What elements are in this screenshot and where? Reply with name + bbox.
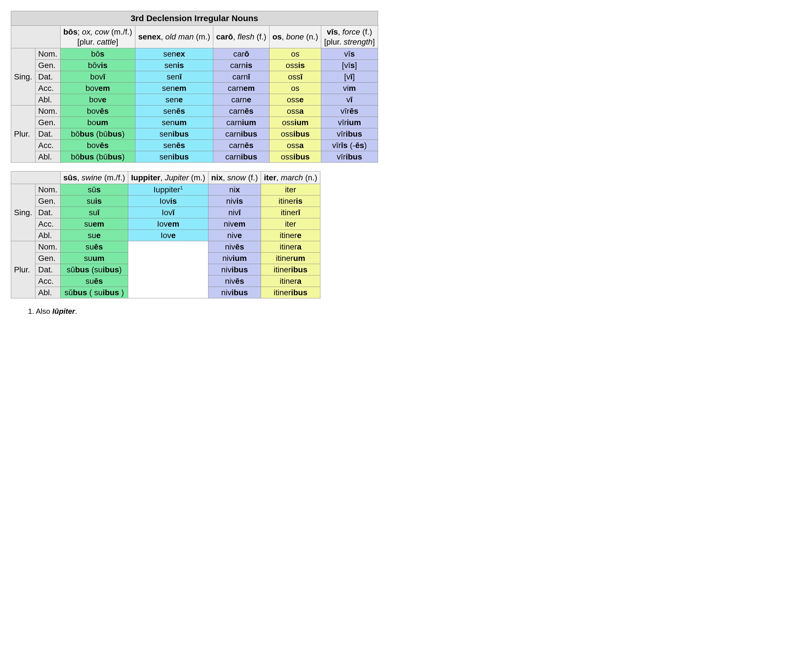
case-label: Nom. xyxy=(35,241,60,253)
case-label: Gen. xyxy=(35,253,60,264)
form-cell: vim xyxy=(321,82,378,94)
form-cell: sūs xyxy=(60,184,128,195)
form-cell: senibus xyxy=(135,151,213,162)
form-cell: suum xyxy=(60,253,128,264)
form-cell: senex xyxy=(135,48,213,60)
form-cell: itinere xyxy=(261,230,321,241)
form-cell: Iovī xyxy=(128,207,208,218)
form-cell: senī xyxy=(135,71,213,82)
form-cell: bŏvis xyxy=(60,60,135,71)
form-cell: vīrīs (-ēs) xyxy=(321,139,378,151)
form-cell: senibus xyxy=(135,128,213,139)
form-cell: nivibus xyxy=(208,287,261,298)
form-cell: carnium xyxy=(213,116,270,128)
form-cell: iter xyxy=(261,184,321,195)
number-label: Sing. xyxy=(11,48,35,105)
form-cell: vī xyxy=(321,94,378,105)
case-label: Dat. xyxy=(35,71,60,82)
form-cell: vīribus xyxy=(321,151,378,162)
form-cell: boum xyxy=(60,116,135,128)
form-cell: Iuppiter1 xyxy=(128,184,208,195)
column-header: senex, old man (m.) xyxy=(135,25,213,48)
form-cell: osse xyxy=(269,94,321,105)
form-cell: vīribus xyxy=(321,128,378,139)
form-cell: ossis xyxy=(269,60,321,71)
corner-cell xyxy=(11,25,61,48)
form-cell: Iovis xyxy=(128,195,208,207)
form-cell: bove xyxy=(60,94,135,105)
form-cell: nivēs xyxy=(208,241,261,253)
column-header: carō, flesh (f.) xyxy=(213,25,270,48)
form-cell: senum xyxy=(135,116,213,128)
form-cell: sŭbus (suibus) xyxy=(60,264,128,275)
case-label: Gen. xyxy=(35,60,60,71)
form-cell: bōbus (būbus) xyxy=(60,151,135,162)
form-cell: Iove xyxy=(128,230,208,241)
form-cell: carnibus xyxy=(213,151,270,162)
case-label: Acc. xyxy=(35,82,60,94)
case-label: Nom. xyxy=(35,184,60,195)
case-label: Abl. xyxy=(35,230,60,241)
form-cell: bovēs xyxy=(60,105,135,116)
column-header: vīs, force (f.)[plur. strength] xyxy=(321,25,378,48)
form-cell: sue xyxy=(60,230,128,241)
case-label: Gen. xyxy=(35,116,60,128)
form-cell: ossa xyxy=(269,105,321,116)
case-label: Abl. xyxy=(35,151,60,162)
form-cell: carō xyxy=(213,48,270,60)
column-header: iter, march (n.) xyxy=(261,171,321,184)
form-cell: suem xyxy=(60,218,128,230)
form-cell: iter xyxy=(261,218,321,230)
form-cell: bōbus (būbus) xyxy=(60,128,135,139)
column-header: bōs; ox, cow (m./f.)[plur. cattle] xyxy=(60,25,135,48)
form-cell: bovem xyxy=(60,82,135,94)
form-cell: nive xyxy=(208,230,261,241)
form-cell: vīs xyxy=(321,48,378,60)
case-label: Dat. xyxy=(35,264,60,275)
form-cell: [vī] xyxy=(321,71,378,82)
form-cell: nivium xyxy=(208,253,261,264)
declension-table: sūs, swine (m./f.)Iuppiter, Jupiter (m.)… xyxy=(11,171,321,298)
form-cell: carnēs xyxy=(213,139,270,151)
column-header: Iuppiter, Jupiter (m.) xyxy=(128,171,208,184)
form-cell: ossium xyxy=(269,116,321,128)
form-cell: itinera xyxy=(261,275,321,287)
case-label: Gen. xyxy=(35,195,60,207)
table-title: 3rd Declension Irregular Nouns xyxy=(11,11,378,26)
form-cell: senēs xyxy=(135,105,213,116)
form-cell: nivibus xyxy=(208,264,261,275)
form-cell: vīrēs xyxy=(321,105,378,116)
empty-cell xyxy=(128,241,208,298)
form-cell: suis xyxy=(60,195,128,207)
number-label: Plur. xyxy=(11,241,35,298)
case-label: Acc. xyxy=(35,275,60,287)
form-cell: nivis xyxy=(208,195,261,207)
form-cell: carne xyxy=(213,94,270,105)
form-cell: carnēs xyxy=(213,105,270,116)
form-cell: bovī xyxy=(60,71,135,82)
form-cell: itineribus xyxy=(261,287,321,298)
case-label: Nom. xyxy=(35,48,60,60)
form-cell: itineris xyxy=(261,195,321,207)
form-cell: itinerum xyxy=(261,253,321,264)
form-cell: itinera xyxy=(261,241,321,253)
case-label: Abl. xyxy=(35,94,60,105)
declension-table: 3rd Declension Irregular Nounsbōs; ox, c… xyxy=(11,11,378,162)
form-cell: carnem xyxy=(213,82,270,94)
case-label: Acc. xyxy=(35,139,60,151)
form-cell: vīrium xyxy=(321,116,378,128)
form-cell: ossī xyxy=(269,71,321,82)
form-cell: sene xyxy=(135,94,213,105)
form-cell: nivēs xyxy=(208,275,261,287)
form-cell: carnibus xyxy=(213,128,270,139)
form-cell: carnis xyxy=(213,60,270,71)
form-cell: ossibus xyxy=(269,128,321,139)
corner-cell xyxy=(11,171,61,184)
form-cell: nivī xyxy=(208,207,261,218)
form-cell: ossa xyxy=(269,139,321,151)
case-label: Acc. xyxy=(35,218,60,230)
form-cell: suī xyxy=(60,207,128,218)
form-cell: suēs xyxy=(60,275,128,287)
case-label: Nom. xyxy=(35,105,60,116)
form-cell: senēs xyxy=(135,139,213,151)
